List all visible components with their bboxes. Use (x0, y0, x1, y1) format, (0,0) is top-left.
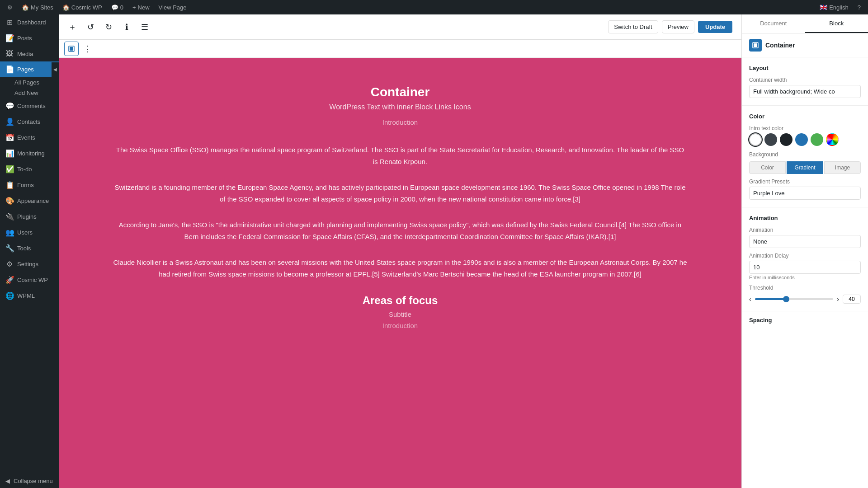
admin-bar-new[interactable]: + New (129, 0, 153, 14)
color-swatch-green[interactable] (811, 133, 823, 146)
container-width-input[interactable] (749, 85, 861, 98)
redo-button[interactable]: ↻ (100, 19, 117, 35)
admin-bar-language[interactable]: 🇬🇧 English (816, 0, 852, 14)
color-swatch-black[interactable] (780, 133, 793, 146)
animation-select[interactable]: None (749, 235, 861, 248)
gradient-presets-label: Gradient Presets (749, 178, 861, 185)
canvas-paragraph-3: According to Jane's, the SSO is "the adm… (113, 219, 687, 242)
canvas-area[interactable]: Container WordPress Text with inner Bloc… (59, 58, 741, 488)
threshold-label: Threshold (749, 285, 861, 291)
media-icon: 🖼 (5, 50, 14, 58)
admin-bar-comments[interactable]: 💬 0 (108, 0, 127, 14)
sidebar-item-dashboard[interactable]: ⊞ Dashboard (0, 14, 59, 30)
todo-icon: ✅ (5, 165, 14, 174)
sidebar-item-media[interactable]: 🖼 Media (0, 46, 59, 61)
bg-tab-gradient[interactable]: Gradient (787, 161, 823, 174)
monitoring-icon: 📊 (5, 149, 14, 158)
plugins-icon: 🔌 (5, 212, 14, 221)
admin-bar-help[interactable]: ? (854, 0, 864, 14)
preview-button[interactable]: Preview (662, 20, 694, 33)
threshold-slider-thumb[interactable] (783, 296, 789, 302)
panel-section-layout: Layout Container width (742, 57, 868, 106)
switch-to-draft-button[interactable]: Switch to Draft (608, 20, 658, 33)
sidebar-item-all-pages[interactable]: All Pages (0, 77, 59, 88)
admin-bar: ⚙ 🏠 My Sites 🏠 Cosmic WP 💬 0 + New View … (0, 0, 868, 14)
threshold-prev-button[interactable]: ‹ (749, 296, 751, 303)
canvas-main-heading: Container (113, 85, 687, 99)
sidebar-item-events[interactable]: 📅 Events (0, 130, 59, 145)
pages-collapse-arrow: ◀ (52, 62, 59, 77)
animation-label: Animation (749, 227, 861, 233)
color-swatch-custom[interactable] (826, 133, 839, 146)
color-section-title: Color (749, 113, 861, 120)
sidebar: ⊞ Dashboard 📝 Posts 🖼 Media 📄 Pages ◀ Al… (0, 14, 59, 488)
panel-section-color: Color Intro text color Background Color … (742, 106, 868, 207)
admin-bar-wp-logo[interactable]: ⚙ (4, 0, 16, 14)
color-swatch-dark-gray[interactable] (764, 133, 777, 146)
animation-delay-input[interactable] (749, 261, 861, 274)
canvas-section-intro: Introduction (113, 322, 687, 329)
sidebar-item-pages[interactable]: 📄 Pages ◀ (0, 61, 59, 77)
sidebar-collapse-button[interactable]: ◀ Collapse menu (0, 474, 59, 488)
animation-section-title: Animation (749, 215, 861, 221)
bg-tab-image[interactable]: Image (824, 161, 861, 174)
container-block-button[interactable] (64, 42, 79, 56)
update-button[interactable]: Update (698, 21, 732, 33)
collapse-icon: ◀ (5, 478, 10, 484)
wp-logo-icon: ⚙ (7, 4, 13, 11)
sidebar-item-wpml[interactable]: 🌐 WPML (0, 288, 59, 304)
pages-icon: 📄 (5, 65, 14, 74)
undo-button[interactable]: ↺ (82, 19, 99, 35)
bg-tab-color[interactable]: Color (749, 161, 786, 174)
sidebar-item-cosmic-wp[interactable]: 🚀 Cosmic WP (0, 272, 59, 288)
sidebar-item-comments[interactable]: 💬 Comments (0, 98, 59, 114)
sidebar-item-appearance[interactable]: 🎨 Appearance (0, 193, 59, 209)
comments-sidebar-icon: 💬 (5, 102, 14, 110)
svg-rect-3 (754, 43, 757, 47)
color-swatch-white[interactable] (749, 133, 762, 146)
wpml-icon: 🌐 (5, 291, 14, 300)
settings-icon: ⚙ (5, 260, 14, 268)
sidebar-item-contacts[interactable]: 👤 Contacts (0, 114, 59, 130)
panel-tabs: Document Block (742, 14, 868, 33)
sidebar-item-posts[interactable]: 📝 Posts (0, 30, 59, 46)
sidebar-item-tools[interactable]: 🔧 Tools (0, 240, 59, 256)
tools-icon: 🔧 (5, 244, 14, 253)
admin-bar-my-sites[interactable]: 🏠 My Sites (18, 0, 57, 14)
canvas-section-subtitle: Subtitle (113, 310, 687, 318)
canvas-paragraph-2: Switzerland is a founding member of the … (113, 182, 687, 205)
block-icon (752, 42, 759, 48)
home-icon: 🏠 (22, 4, 29, 11)
more-options-button[interactable]: ⋮ (80, 42, 95, 56)
comments-icon: 💬 (111, 4, 118, 11)
color-swatch-blue[interactable] (795, 133, 808, 146)
admin-bar-cosmic-wp[interactable]: 🏠 Cosmic WP (59, 0, 106, 14)
threshold-next-button[interactable]: › (837, 296, 839, 303)
info-button[interactable]: ℹ (118, 19, 135, 35)
tab-document[interactable]: Document (742, 14, 805, 33)
appearance-icon: 🎨 (5, 197, 14, 205)
svg-rect-1 (70, 47, 73, 51)
right-panel: Document Block Container Layout Containe… (741, 14, 868, 488)
flag-icon: 🇬🇧 (820, 4, 827, 11)
container-block-icon (68, 46, 75, 52)
sidebar-item-add-new[interactable]: Add New (0, 88, 59, 98)
threshold-slider-fill (755, 298, 786, 300)
dashboard-icon: ⊞ (5, 18, 14, 27)
sidebar-item-settings[interactable]: ⚙ Settings (0, 256, 59, 272)
canvas-paragraph-4: Claude Nicollier is a Swiss Astronaut an… (113, 257, 687, 280)
sidebar-item-forms[interactable]: 📋 Forms (0, 177, 59, 193)
contacts-icon: 👤 (5, 117, 14, 126)
sidebar-item-to-do[interactable]: ✅ To-do (0, 161, 59, 177)
sidebar-item-users[interactable]: 👥 Users (0, 225, 59, 240)
list-view-button[interactable]: ☰ (137, 19, 153, 35)
admin-bar-view-page[interactable]: View Page (155, 0, 190, 14)
insert-block-button[interactable]: ＋ (64, 19, 80, 35)
tab-block[interactable]: Block (805, 14, 868, 33)
gradient-preset-input[interactable] (749, 187, 861, 200)
sidebar-item-plugins[interactable]: 🔌 Plugins (0, 209, 59, 225)
threshold-slider[interactable] (755, 298, 834, 300)
sidebar-item-monitoring[interactable]: 📊 Monitoring (0, 145, 59, 161)
block-toolbar-strip: ⋮ (59, 40, 741, 58)
posts-icon: 📝 (5, 34, 14, 42)
